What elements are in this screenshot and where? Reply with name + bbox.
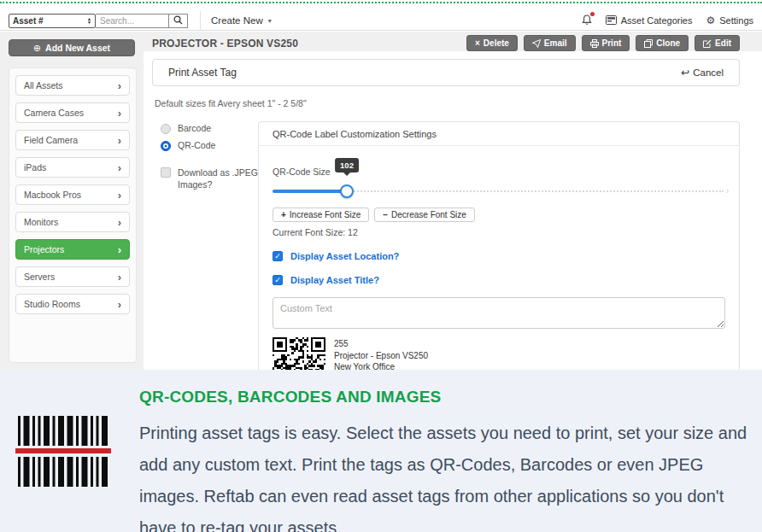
- edit-button[interactable]: Edit: [695, 35, 740, 51]
- cancel-button[interactable]: ↩ Cancel: [681, 67, 724, 79]
- send-icon: [532, 39, 541, 48]
- radio-checked-icon: [161, 141, 171, 151]
- search-input[interactable]: [96, 14, 169, 28]
- display-location-checkbox-option[interactable]: ✓ Display Asset Location?: [273, 250, 725, 261]
- chevron-down-icon: ▾: [268, 17, 272, 25]
- tag-options-columns: Barcode QR-Code Download as .JPEG Images…: [152, 121, 740, 390]
- qr-customization-panel: QR-Code Label Customization Settings QR-…: [258, 121, 740, 390]
- category-list: All Assets› Camera Cases› Field Camera› …: [9, 67, 137, 363]
- feature-heading: QR-CODES, BARCODES AND IMAGES: [139, 388, 750, 406]
- qr-panel-body: QR-Code Size 102 › +: [259, 146, 739, 390]
- print-asset-tag-panel: Print Asset Tag ↩ Cancel: [152, 59, 740, 86]
- qr-panel-title: QR-Code Label Customization Settings: [259, 122, 739, 146]
- sidebar-item-servers[interactable]: Servers›: [15, 266, 130, 287]
- email-label: Email: [544, 38, 567, 48]
- delete-button[interactable]: × Delete: [466, 35, 518, 51]
- increase-font-size-button[interactable]: + Increase Font Size: [273, 208, 369, 222]
- sidebar-item-label: Servers: [24, 272, 55, 282]
- download-jpeg-checkbox-option[interactable]: Download as .JPEG Images?: [161, 167, 258, 190]
- search-button[interactable]: [169, 14, 188, 28]
- checkbox-unchecked-icon: [161, 167, 171, 178]
- sidebar-item-projectors[interactable]: Projectors›: [15, 239, 130, 260]
- cancel-label: Cancel: [693, 67, 724, 78]
- sidebar-item-ipads[interactable]: iPads›: [15, 157, 130, 178]
- tag-type-options: Barcode QR-Code Download as .JPEG Images…: [152, 121, 258, 390]
- content-header: PROJECTOR - EPSON VS250 × Delete Email: [144, 32, 762, 51]
- feature-paragraph: Printing asset tags is easy. Select the …: [139, 418, 750, 532]
- undo-arrow-icon: ↩: [681, 67, 689, 79]
- sidebar-item-all-assets[interactable]: All Assets›: [15, 75, 130, 96]
- select-stepper-icon: ▲▼: [87, 17, 91, 24]
- search-icon: [173, 15, 183, 27]
- sidebar-item-camera-cases[interactable]: Camera Cases›: [15, 102, 130, 123]
- sidebar-item-studio-rooms[interactable]: Studio Rooms›: [15, 294, 130, 314]
- main-content: PROJECTOR - EPSON VS250 × Delete Email: [144, 32, 762, 370]
- notifications-button[interactable]: [582, 15, 592, 27]
- create-new-menu[interactable]: Create New ▾: [200, 11, 272, 31]
- page: Asset # ▲▼ Create New ▾: [0, 0, 762, 532]
- chevron-right-icon: ›: [118, 243, 121, 256]
- top-dotted-divider: [0, 2, 762, 3]
- sidebar-item-label: Macbook Pros: [24, 190, 81, 200]
- sidebar-item-macbook-pros[interactable]: Macbook Pros›: [15, 184, 130, 205]
- chevron-right-icon: ›: [118, 161, 121, 174]
- preview-asset-id: 255: [334, 338, 428, 350]
- display-title-label: Display Asset Title?: [290, 275, 379, 285]
- clone-label: Clone: [656, 38, 680, 48]
- clone-button[interactable]: Clone: [636, 35, 689, 51]
- qr-code-radio-option[interactable]: QR-Code: [161, 140, 258, 151]
- x-icon: ×: [475, 38, 480, 48]
- sidebar-item-monitors[interactable]: Monitors›: [15, 212, 130, 232]
- page-title: PROJECTOR - EPSON VS250: [152, 38, 298, 50]
- add-new-asset-button[interactable]: ⊕ Add New Asset: [9, 39, 135, 56]
- sidebar-item-label: All Assets: [24, 80, 63, 91]
- sidebar-item-label: iPads: [24, 162, 46, 172]
- top-navbar: Asset # ▲▼ Create New ▾: [0, 11, 762, 31]
- asset-type-select[interactable]: Asset # ▲▼: [9, 14, 96, 28]
- sidebar-item-label: Projectors: [24, 244, 64, 254]
- asset-categories-button[interactable]: Asset Categories: [606, 15, 693, 26]
- current-font-size-text: Current Font Size: 12: [273, 227, 725, 237]
- display-title-checkbox-option[interactable]: ✓ Display Asset Title?: [273, 274, 725, 285]
- checkbox-checked-icon: ✓: [273, 251, 283, 261]
- edit-label: Edit: [715, 38, 731, 48]
- checkbox-checked-icon: ✓: [273, 275, 283, 285]
- custom-text-input[interactable]: [273, 297, 725, 329]
- preview-asset-title: Projector - Epson VS250: [334, 350, 428, 362]
- edit-icon: [703, 39, 712, 48]
- qr-size-slider[interactable]: 102 ›: [273, 178, 725, 204]
- decrease-font-label: Decrease Font Size: [391, 210, 466, 219]
- plus-icon: +: [281, 210, 286, 219]
- asset-categories-label: Asset Categories: [621, 15, 693, 26]
- settings-button[interactable]: ⚙︎ Settings: [706, 15, 753, 26]
- radio-unchecked-icon: [161, 124, 171, 134]
- header-actions: × Delete Email Print: [466, 35, 740, 51]
- sidebar-item-label: Studio Rooms: [24, 299, 80, 309]
- increase-font-label: Increase Font Size: [290, 210, 360, 219]
- sidebar-item-label: Monitors: [24, 217, 58, 227]
- feature-text: QR-CODES, BARCODES AND IMAGES Printing a…: [139, 388, 750, 532]
- notification-dot: [590, 12, 595, 16]
- minus-icon: −: [383, 210, 388, 219]
- print-button[interactable]: Print: [582, 35, 630, 51]
- sidebar: ⊕ Add New Asset All Assets› Camera Cases…: [0, 32, 144, 370]
- navbar-left-group: Asset # ▲▼ Create New ▾: [9, 11, 272, 31]
- chevron-right-icon: ›: [118, 189, 121, 202]
- slider-handle[interactable]: [340, 184, 354, 198]
- navbar-right-group: Asset Categories ⚙︎ Settings: [582, 15, 753, 27]
- decrease-font-size-button[interactable]: − Decrease Font Size: [374, 208, 475, 222]
- slider-fill: [273, 190, 347, 193]
- create-new-label: Create New: [211, 15, 263, 26]
- barcode-radio-option[interactable]: Barcode: [161, 123, 258, 134]
- chevron-right-icon: ›: [118, 79, 121, 92]
- barcode-scan-icon: [15, 416, 111, 532]
- slider-end-arrow-icon: ›: [726, 186, 729, 196]
- barcode-radio-label: Barcode: [178, 123, 211, 133]
- feature-section: QR-CODES, BARCODES AND IMAGES Printing a…: [0, 370, 762, 532]
- bell-icon: [582, 17, 592, 27]
- email-button[interactable]: Email: [524, 35, 576, 51]
- sidebar-item-field-camera[interactable]: Field Camera›: [15, 130, 130, 150]
- asset-type-select-value: Asset #: [13, 16, 44, 26]
- clone-icon: [644, 39, 653, 48]
- default-sizes-note: Default sizes fit Avery sheet 1" - 2 5/8…: [155, 98, 740, 108]
